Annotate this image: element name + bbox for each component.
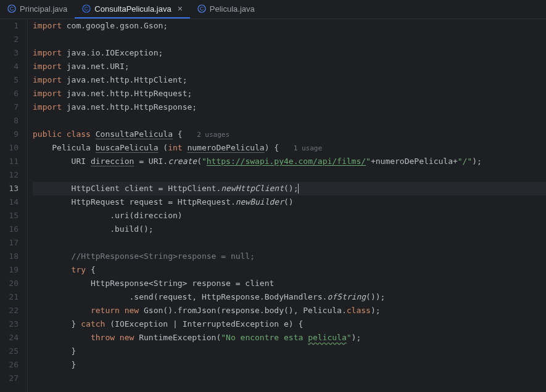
tab-pelicula[interactable]: C Pelicula.java (190, 0, 262, 18)
svg-text:C: C (200, 6, 204, 12)
code-line: .build(); (33, 223, 546, 236)
code-line: throw new RuntimeException("No encontre … (33, 331, 546, 345)
usage-hint: 1 usage (294, 144, 322, 152)
java-class-icon: C (197, 4, 206, 13)
svg-text:C: C (85, 6, 89, 12)
code-line: import java.io.IOException; (33, 46, 546, 60)
svg-text:C: C (10, 6, 14, 12)
java-class-icon: C (7, 4, 16, 13)
text-cursor (298, 184, 299, 194)
tab-label: ConsultaPelicula.java (94, 4, 171, 14)
code-line: import java.net.URI; (33, 60, 546, 73)
code-line (33, 114, 546, 128)
code-line (33, 33, 546, 46)
code-line: } catch (IOException | InterruptedExcept… (33, 317, 546, 331)
java-class-icon: C (82, 4, 91, 13)
code-line: public class ConsultaPelicula { 2 usages (33, 128, 546, 141)
code-editor[interactable]: 1234567891011121314151617181920212223242… (0, 19, 546, 392)
tab-label: Pelicula.java (210, 4, 255, 14)
code-area[interactable]: import com.google.gson.Gson; import java… (28, 19, 546, 392)
code-line: .uri(direccion) (33, 209, 546, 223)
tab-principal[interactable]: C Principal.java (0, 0, 75, 18)
usage-hint: 2 usages (197, 131, 230, 139)
code-line (33, 168, 546, 182)
editor-tabs: C Principal.java C ConsultaPelicula.java… (0, 0, 546, 19)
code-line: import java.net.http.HttpClient; (33, 73, 546, 87)
code-line: return new Gson().fromJson(response.body… (33, 304, 546, 317)
code-line (33, 236, 546, 250)
code-line: } (33, 358, 546, 372)
code-line: Pelicula buscaPelicula (int numeroDePeli… (33, 141, 546, 155)
code-line-current: HttpClient client = HttpClient.newHttpCl… (33, 182, 546, 195)
code-line: } (33, 345, 546, 358)
tab-consulta-pelicula[interactable]: C ConsultaPelicula.java × (75, 0, 189, 18)
code-line: URI direccion = URI.create("https://swap… (33, 155, 546, 168)
code-line: HttpRequest request = HttpRequest.newBui… (33, 195, 546, 209)
tab-label: Principal.java (20, 4, 67, 14)
close-icon[interactable]: × (178, 4, 183, 14)
code-line: import java.net.http.HttpRequest; (33, 87, 546, 100)
code-line: HttpResponse<String> response = client (33, 277, 546, 290)
code-line (33, 372, 546, 385)
line-number-gutter: 1234567891011121314151617181920212223242… (0, 19, 28, 392)
code-line: try { (33, 263, 546, 277)
code-line: //HttpResponse<String>response = null; (33, 250, 546, 263)
code-line: import com.google.gson.Gson; (33, 19, 546, 33)
code-line: import java.net.http.HttpResponse; (33, 100, 546, 114)
code-line: .send(request, HttpResponse.BodyHandlers… (33, 290, 546, 304)
